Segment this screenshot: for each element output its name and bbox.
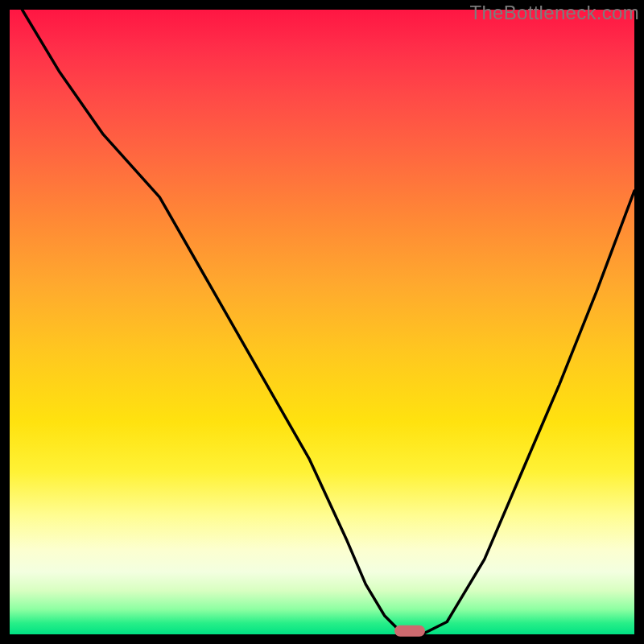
curve-path [23, 10, 634, 634]
watermark-text: TheBottleneck.com [469, 2, 639, 24]
bottleneck-curve [10, 10, 634, 634]
chart-frame: TheBottleneck.com [0, 0, 644, 644]
optimal-point-marker [394, 625, 425, 637]
plot-area [10, 10, 634, 634]
